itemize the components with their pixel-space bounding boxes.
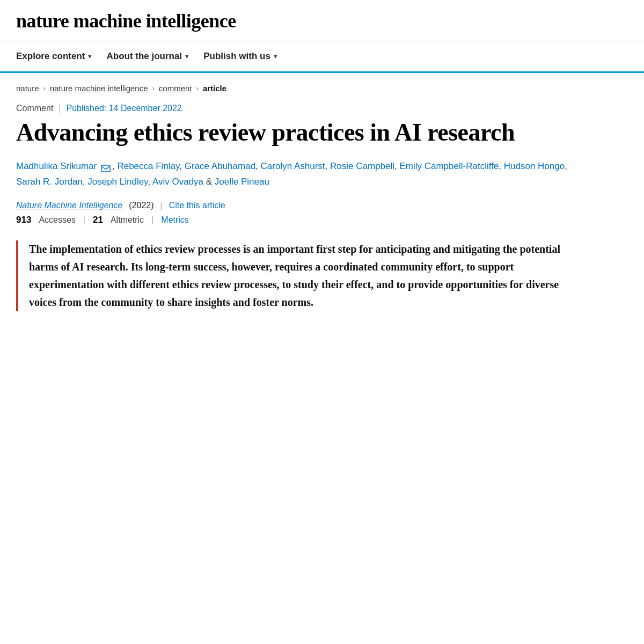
meta-divider: |	[58, 104, 61, 113]
breadcrumb: nature › nature machine intelligence › c…	[16, 84, 628, 93]
article-type: Comment	[16, 104, 53, 113]
chevron-down-icon: ▾	[185, 53, 188, 60]
author-aviv-ovadya[interactable]: Aviv Ovadya	[152, 177, 203, 187]
author-joseph-lindley[interactable]: Joseph Lindley	[87, 177, 148, 187]
journal-name-link[interactable]: Nature Machine Intelligence	[16, 201, 122, 210]
citation-line: Nature Machine Intelligence (2022) | Cit…	[16, 201, 574, 210]
author-joelle-pineau[interactable]: Joelle Pineau	[215, 177, 269, 187]
cite-this-article-link[interactable]: Cite this article	[169, 201, 225, 210]
site-logo: nature machine intelligence	[16, 10, 628, 32]
metrics-link[interactable]: Metrics	[161, 215, 189, 225]
accesses-count: 913	[16, 215, 31, 225]
metrics-line: 913 Accesses | 21 Altmetric | Metrics	[16, 215, 574, 225]
article-title: Advancing ethics review practices in AI …	[16, 119, 574, 147]
nav-publish-with-us[interactable]: Publish with us ▾	[203, 41, 292, 71]
main-nav: Explore content ▾ About the journal ▾ Pu…	[0, 41, 644, 73]
nav-about-journal-label: About the journal	[106, 51, 182, 62]
breadcrumb-separator: ›	[152, 84, 155, 92]
email-icon[interactable]	[101, 162, 111, 170]
article-meta-top: Comment | Published: 14 December 2022	[16, 104, 574, 113]
author-rebecca-finlay[interactable]: Rebecca Finlay	[117, 161, 179, 171]
site-header: nature machine intelligence	[0, 0, 644, 41]
author-rosie-campbell[interactable]: Rosie Campbell	[330, 161, 394, 171]
chevron-down-icon: ▾	[88, 53, 91, 60]
authors-section: Madhulika Srikumar , Rebecca Finlay, Gra…	[16, 159, 574, 190]
author-hudson-hongo[interactable]: Hudson Hongo	[504, 161, 565, 171]
breadcrumb-nmi[interactable]: nature machine intelligence	[50, 84, 148, 93]
breadcrumb-current: article	[203, 84, 226, 93]
accesses-label: Accesses	[39, 215, 75, 225]
author-madhulika-srikumar[interactable]: Madhulika Srikumar	[16, 161, 97, 171]
author-grace-abuhamad[interactable]: Grace Abuhamad	[185, 161, 255, 171]
published-date-link[interactable]: Published: 14 December 2022	[67, 104, 182, 113]
abstract-section: The implementation of ethics review proc…	[16, 240, 574, 311]
breadcrumb-comment[interactable]: comment	[159, 84, 192, 93]
svg-rect-0	[101, 165, 110, 172]
author-carolyn-ashurst[interactable]: Carolyn Ashurst	[261, 161, 325, 171]
author-emily-campbell-ratcliffe[interactable]: Emily Campbell-Ratcliffe	[399, 161, 499, 171]
nav-explore-content[interactable]: Explore content ▾	[16, 41, 106, 71]
author-sarah-jordan[interactable]: Sarah R. Jordan	[16, 177, 83, 187]
breadcrumb-separator: ›	[43, 84, 46, 92]
article-year: (2022)	[129, 201, 153, 210]
chevron-down-icon: ▾	[274, 53, 277, 60]
nav-explore-content-label: Explore content	[16, 51, 85, 62]
pipe-separator: |	[83, 215, 85, 225]
breadcrumb-section: nature › nature machine intelligence › c…	[0, 73, 644, 96]
abstract-text: The implementation of ethics review proc…	[29, 240, 574, 311]
pipe-separator: |	[151, 215, 153, 225]
breadcrumb-separator: ›	[196, 84, 199, 92]
nav-about-journal[interactable]: About the journal ▾	[106, 41, 203, 71]
article-main: Comment | Published: 14 December 2022 Ad…	[0, 96, 590, 327]
altmetric-label: Altmetric	[111, 215, 144, 225]
pipe-separator: |	[160, 201, 163, 210]
nav-publish-with-us-label: Publish with us	[203, 51, 270, 62]
breadcrumb-nature[interactable]: nature	[16, 84, 39, 93]
altmetric-count: 21	[93, 215, 103, 225]
